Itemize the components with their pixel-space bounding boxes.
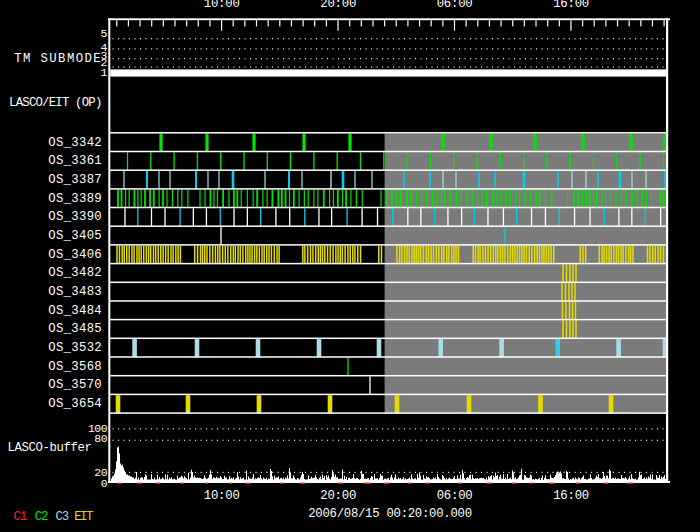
svg-text:OS_3654: OS_3654 xyxy=(48,397,102,411)
svg-text:1: 1 xyxy=(101,66,108,79)
svg-text:OS_3484: OS_3484 xyxy=(48,304,102,318)
svg-text:5: 5 xyxy=(101,27,108,40)
svg-text:LASCO/EIT (OP): LASCO/EIT (OP) xyxy=(9,96,101,110)
svg-text:20:00: 20:00 xyxy=(320,489,356,503)
svg-text:C1: C1 xyxy=(14,510,27,524)
svg-text:16:00: 16:00 xyxy=(553,489,589,503)
svg-text:OS_3485: OS_3485 xyxy=(48,322,102,336)
svg-text:C3: C3 xyxy=(56,510,69,524)
svg-text:80: 80 xyxy=(94,432,107,445)
svg-text:2006/08/15 00:20:00.000: 2006/08/15 00:20:00.000 xyxy=(308,507,472,521)
svg-text:OS_3361: OS_3361 xyxy=(48,154,102,168)
svg-text:OS_3532: OS_3532 xyxy=(48,341,102,355)
svg-text:OS_3390: OS_3390 xyxy=(48,210,102,224)
svg-text:OS_3482: OS_3482 xyxy=(48,266,102,280)
svg-text:16:00: 16:00 xyxy=(553,0,589,11)
svg-text:LASCO-buffer: LASCO-buffer xyxy=(8,441,92,455)
svg-text:OS_3483: OS_3483 xyxy=(48,285,102,299)
svg-text:OS_3342: OS_3342 xyxy=(48,136,102,150)
svg-text:OS_3387: OS_3387 xyxy=(48,173,102,187)
svg-text:C2: C2 xyxy=(35,510,48,524)
svg-text:0: 0 xyxy=(101,477,108,490)
svg-text:OS_3405: OS_3405 xyxy=(48,229,102,243)
svg-text:10:00: 10:00 xyxy=(204,0,240,11)
svg-text:OS_3570: OS_3570 xyxy=(48,378,102,392)
svg-text:06:00: 06:00 xyxy=(437,0,473,11)
svg-text:20:00: 20:00 xyxy=(320,0,356,11)
svg-text:10:00: 10:00 xyxy=(204,489,240,503)
svg-text:OS_3568: OS_3568 xyxy=(48,360,102,374)
svg-text:OS_3389: OS_3389 xyxy=(48,192,102,206)
svg-text:OS_3406: OS_3406 xyxy=(48,248,102,262)
svg-text:EIT: EIT xyxy=(74,510,93,524)
svg-text:06:00: 06:00 xyxy=(437,489,473,503)
svg-text:TM SUBMODE: TM SUBMODE xyxy=(14,52,102,66)
